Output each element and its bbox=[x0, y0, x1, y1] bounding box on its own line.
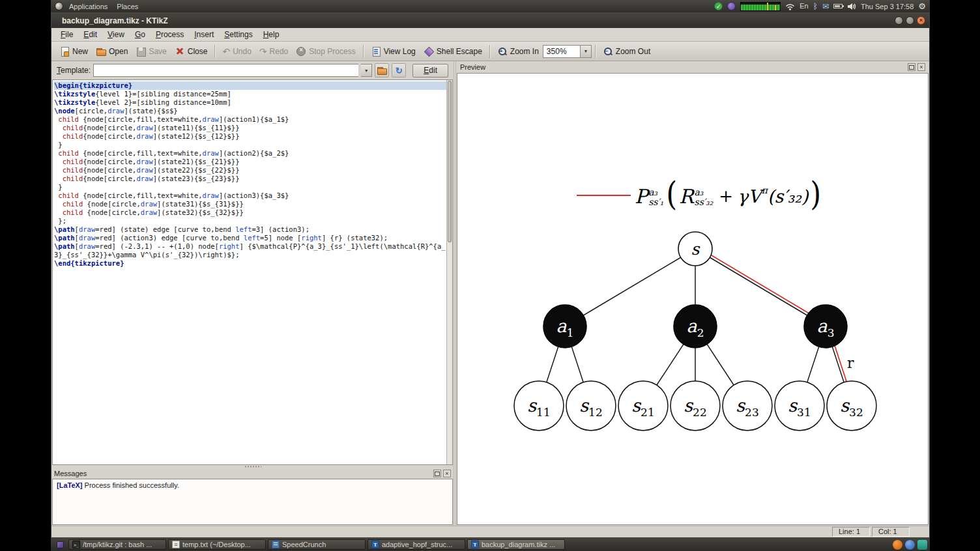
shell-escape-button[interactable]: Shell Escape bbox=[420, 44, 486, 59]
node-s-label: s bbox=[691, 240, 700, 259]
code-line[interactable]: child {node[circle,draw](state32){$s_{32… bbox=[54, 208, 446, 217]
code-line[interactable]: } bbox=[54, 183, 446, 191]
menu-insert[interactable]: Insert bbox=[189, 29, 219, 40]
undo-button[interactable]: ↶ Undo bbox=[218, 45, 255, 58]
code-line[interactable]: child{node[circle,draw](state22){$s_{22}… bbox=[54, 166, 446, 175]
redo-button[interactable]: ↷ Redo bbox=[255, 45, 292, 58]
menu-process[interactable]: Process bbox=[151, 29, 189, 40]
messages-float-button[interactable] bbox=[433, 470, 441, 477]
code-line[interactable]: \path[draw=red] (action3) edge [curve to… bbox=[54, 234, 446, 242]
template-dropdown-arrow[interactable]: ▼ bbox=[361, 64, 372, 77]
distro-logo-icon[interactable] bbox=[55, 2, 63, 10]
volume-icon[interactable] bbox=[847, 3, 856, 10]
code-line[interactable]: \begin{tikzpicture} bbox=[54, 81, 446, 90]
toolbar-separator bbox=[363, 45, 364, 58]
template-row: Template: ▼ ↻ Edit bbox=[51, 61, 454, 79]
preview-close-button[interactable]: × bbox=[917, 63, 925, 71]
code-lines[interactable]: \begin{tikzpicture}\tikzstyle{level 1}=[… bbox=[53, 80, 446, 464]
save-button[interactable]: Save bbox=[132, 44, 170, 59]
taskbar-item-speedcrunch[interactable]: SpeedCrunch bbox=[268, 539, 366, 550]
template-reload-button[interactable]: ↻ bbox=[392, 63, 406, 78]
messages-close-button[interactable]: × bbox=[443, 470, 451, 477]
bluetooth-icon[interactable]: ᛒ bbox=[813, 3, 818, 10]
clock[interactable]: Thu Sep 3 17:58 bbox=[861, 3, 914, 10]
system-monitor-graph-icon[interactable] bbox=[740, 2, 781, 11]
code-line[interactable]: \node[circle,draw](state){$s$} bbox=[54, 107, 446, 115]
toolbar-separator bbox=[489, 45, 490, 58]
menu-help[interactable]: Help bbox=[258, 29, 285, 40]
status-col: Col: 1 bbox=[872, 527, 910, 537]
open-button[interactable]: Open bbox=[92, 44, 132, 59]
code-editor[interactable]: \begin{tikzpicture}\tikzstyle{level 1}=[… bbox=[52, 79, 453, 465]
close-button[interactable]: × bbox=[917, 16, 925, 25]
power-gear-icon[interactable]: ⚙ bbox=[918, 2, 926, 10]
undo-label: Undo bbox=[233, 47, 252, 56]
terminal-icon: >_ bbox=[72, 541, 80, 548]
taskbar-item-backup-diagram[interactable]: T backup_diagram.tikz ... bbox=[467, 539, 565, 550]
close-file-button[interactable]: Close bbox=[171, 44, 212, 59]
scrollbar-thumb[interactable] bbox=[448, 81, 452, 242]
applications-menu[interactable]: Applications bbox=[66, 2, 111, 11]
shell-escape-icon bbox=[424, 46, 434, 57]
new-button[interactable]: New bbox=[55, 44, 92, 59]
view-log-button[interactable]: View Log bbox=[367, 44, 420, 59]
new-label: New bbox=[72, 47, 88, 56]
menubar: File Edit View Go Process Insert Setting… bbox=[51, 28, 929, 42]
tray-orange-icon[interactable] bbox=[893, 540, 902, 550]
session-indicator-icon[interactable] bbox=[727, 2, 736, 10]
code-line[interactable]: child{node[circle,draw](state11){$s_{11}… bbox=[54, 124, 446, 132]
code-line[interactable]: \path[draw=red] (-2.3,1) -- +(1,0) node[… bbox=[54, 242, 446, 259]
editor-column: Template: ▼ ↻ Edit \begin{tikzpicture}\t… bbox=[51, 61, 454, 526]
code-line[interactable]: \end{tikzpicture} bbox=[54, 259, 446, 268]
menu-view[interactable]: View bbox=[102, 29, 130, 40]
messages-header: Messages × bbox=[51, 468, 454, 479]
preview-float-button[interactable] bbox=[908, 63, 915, 71]
editor-vertical-scrollbar[interactable] bbox=[446, 80, 452, 464]
wifi-icon[interactable] bbox=[785, 3, 795, 10]
template-browse-button[interactable] bbox=[375, 63, 389, 78]
zoom-out-button[interactable]: − Zoom Out bbox=[599, 44, 654, 59]
maximize-button[interactable] bbox=[906, 16, 914, 25]
ktikz-window: backup_diagram.tikz - KTikZ × File Edit … bbox=[51, 12, 930, 538]
code-line[interactable]: child{node[circle,draw](state12){$s_{12}… bbox=[54, 132, 446, 141]
places-menu[interactable]: Places bbox=[113, 2, 141, 11]
calculator-icon bbox=[272, 541, 280, 548]
statusbar: Line: 1 Col: 1 bbox=[51, 526, 929, 537]
tray-blue-icon[interactable] bbox=[905, 540, 915, 550]
battery-icon[interactable] bbox=[833, 4, 843, 8]
template-edit-button[interactable]: Edit bbox=[412, 64, 448, 78]
menu-edit[interactable]: Edit bbox=[78, 29, 102, 40]
zoom-out-icon: − bbox=[603, 46, 613, 57]
code-line[interactable]: }; bbox=[54, 217, 446, 225]
code-line[interactable]: \tikzstyle{level 1}=[sibling distance=25… bbox=[54, 90, 446, 98]
menu-go[interactable]: Go bbox=[130, 29, 151, 40]
code-line[interactable]: child {node[circle,fill,text=white,draw]… bbox=[54, 115, 446, 124]
zoom-level-dropdown-arrow[interactable]: ▼ bbox=[581, 45, 592, 58]
titlebar[interactable]: backup_diagram.tikz - KTikZ × bbox=[51, 13, 929, 28]
menu-settings[interactable]: Settings bbox=[219, 29, 257, 40]
code-line[interactable]: child {node[circle,draw](state31){$s_{31… bbox=[54, 200, 446, 208]
battery-fill bbox=[835, 5, 840, 7]
zoom-in-button[interactable]: + Zoom In bbox=[493, 44, 543, 59]
show-desktop-button[interactable] bbox=[53, 539, 66, 550]
redo-label: Redo bbox=[270, 47, 289, 56]
mail-icon[interactable]: ✉ bbox=[822, 3, 829, 10]
code-line[interactable]: \tikzstyle{level 2}=[sibling distance=10… bbox=[54, 98, 446, 107]
taskbar-item-temp-txt[interactable]: ≡ temp.txt (~/Desktop... bbox=[168, 539, 266, 550]
zoom-level-combobox[interactable]: 350% bbox=[543, 45, 581, 58]
stop-process-button[interactable]: × Stop Process bbox=[292, 44, 359, 59]
tray-teal-icon[interactable] bbox=[917, 540, 927, 550]
updates-ok-icon[interactable]: ✓ bbox=[714, 2, 723, 10]
taskbar-item-adaptive-hopf[interactable]: T adaptive_hopf_struc... bbox=[368, 539, 465, 550]
minimize-button[interactable] bbox=[895, 16, 903, 25]
code-line[interactable]: child{node[circle,draw](state23){$s_{23}… bbox=[54, 175, 446, 183]
code-line[interactable]: child {node[circle,fill,text=white,draw]… bbox=[54, 149, 446, 158]
menu-file[interactable]: File bbox=[55, 29, 78, 40]
taskbar-item-terminal[interactable]: >_ /tmp/ktikz.git : bash ... bbox=[68, 539, 166, 550]
keyboard-layout-indicator[interactable]: En bbox=[800, 3, 808, 10]
template-combobox[interactable] bbox=[93, 64, 358, 77]
code-line[interactable]: \path[draw=red] (state) edge [curve to,b… bbox=[54, 225, 446, 234]
code-line[interactable]: child {node[circle,fill,text=white,draw]… bbox=[54, 191, 446, 200]
code-line[interactable]: child{node[circle,draw](state21){$s_{21}… bbox=[54, 158, 446, 166]
code-line[interactable]: } bbox=[54, 141, 446, 149]
